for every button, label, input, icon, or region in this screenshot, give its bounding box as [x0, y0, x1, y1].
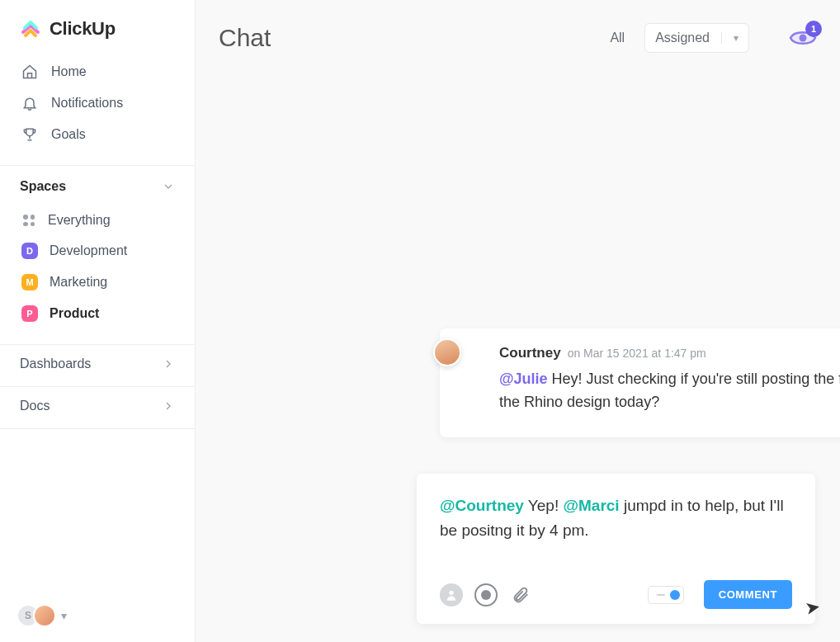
space-development[interactable]: D Development: [10, 235, 185, 267]
record-icon[interactable]: [474, 583, 498, 607]
space-product[interactable]: P Product: [10, 298, 185, 329]
filter-all[interactable]: All: [610, 31, 625, 45]
spaces-header[interactable]: Spaces: [0, 166, 195, 202]
bell-icon: [21, 95, 38, 111]
message-header: Courtney on Mar 15 2021 at 1:47 pm: [499, 345, 840, 361]
avatar: [33, 604, 56, 627]
toggle-dot-icon: [670, 590, 680, 600]
svg-point-0: [800, 35, 807, 42]
nav-label: Notifications: [51, 96, 123, 111]
everything-icon: [21, 213, 36, 228]
chat-message[interactable]: Courtney on Mar 15 2021 at 1:47 pm @Juli…: [440, 328, 840, 437]
spaces-header-label: Spaces: [20, 179, 66, 194]
space-label: Development: [50, 243, 127, 258]
mention[interactable]: @Marci: [563, 497, 619, 514]
watchers-button[interactable]: 1: [789, 27, 817, 49]
watchers-count-badge: 1: [805, 21, 822, 37]
nav-home[interactable]: Home: [10, 56, 185, 87]
spaces-list: Everything D Development M Marketing P P…: [0, 202, 195, 341]
space-badge-icon: D: [21, 243, 38, 259]
composer-toggle[interactable]: [648, 586, 684, 604]
toggle-bar-icon: [657, 594, 665, 596]
chevron-down-icon: ▾: [734, 32, 739, 44]
filter-label: Assigned: [655, 31, 710, 45]
sidebar: ClickUp Home Notifications: [0, 0, 196, 642]
nav-notifications[interactable]: Notifications: [10, 87, 185, 119]
page-title: Chat: [219, 24, 271, 52]
chat-header: Chat All Assigned ▾ 1: [196, 0, 840, 53]
divider: [721, 32, 722, 44]
nav-docs[interactable]: Docs: [0, 387, 195, 425]
comment-button[interactable]: COMMENT: [704, 580, 792, 609]
sidebar-footer[interactable]: S ▾: [0, 589, 195, 642]
filter-assigned-dropdown[interactable]: Assigned ▾: [644, 23, 749, 53]
space-badge-icon: P: [21, 305, 38, 322]
composer-toolbar: COMMENT: [440, 580, 792, 609]
space-label: Everything: [48, 213, 111, 228]
home-icon: [21, 64, 38, 80]
composer-segment: Yep!: [524, 497, 564, 514]
space-label: Marketing: [50, 275, 107, 290]
main-content: Chat All Assigned ▾ 1 Courtney on Mar 15…: [196, 0, 840, 642]
message-author: Courtney: [499, 345, 561, 361]
nav-goals[interactable]: Goals: [10, 119, 185, 150]
nav-label: Goals: [51, 127, 86, 142]
chevron-right-icon: [162, 399, 175, 413]
brand-name: ClickUp: [50, 18, 116, 40]
divider: [0, 428, 195, 429]
chevron-down-icon: [162, 180, 175, 193]
chevron-down-icon: ▾: [61, 609, 67, 622]
space-marketing[interactable]: M Marketing: [10, 267, 185, 298]
clickup-logo-icon: [20, 18, 41, 40]
message-text: Hey! Just checking if you're still posti…: [499, 371, 840, 410]
nav-label: Docs: [20, 399, 50, 413]
message-timestamp: on Mar 15 2021 at 1:47 pm: [568, 347, 706, 360]
primary-nav: Home Notifications Goals: [0, 54, 195, 162]
space-badge-icon: M: [21, 274, 38, 290]
mention[interactable]: @Courtney: [440, 497, 524, 514]
mention[interactable]: @Julie: [499, 371, 548, 387]
attachment-icon[interactable]: [509, 583, 532, 607]
trophy-icon: [21, 126, 38, 143]
message-body: @Julie Hey! Just checking if you're stil…: [499, 368, 840, 414]
avatar: [433, 338, 461, 366]
brand[interactable]: ClickUp: [0, 0, 195, 54]
assign-person-icon[interactable]: [440, 583, 463, 607]
nav-label: Dashboards: [20, 356, 91, 371]
svg-point-1: [449, 590, 453, 594]
space-label: Product: [50, 306, 99, 321]
chevron-right-icon: [162, 357, 175, 371]
avatar-stack: S: [17, 604, 56, 627]
nav-dashboards[interactable]: Dashboards: [0, 345, 195, 383]
space-everything[interactable]: Everything: [10, 205, 185, 235]
comment-composer[interactable]: @Courtney Yep! @Marci jumpd in to help, …: [417, 474, 815, 624]
composer-text[interactable]: @Courtney Yep! @Marci jumpd in to help, …: [440, 493, 792, 542]
nav-label: Home: [51, 64, 87, 79]
